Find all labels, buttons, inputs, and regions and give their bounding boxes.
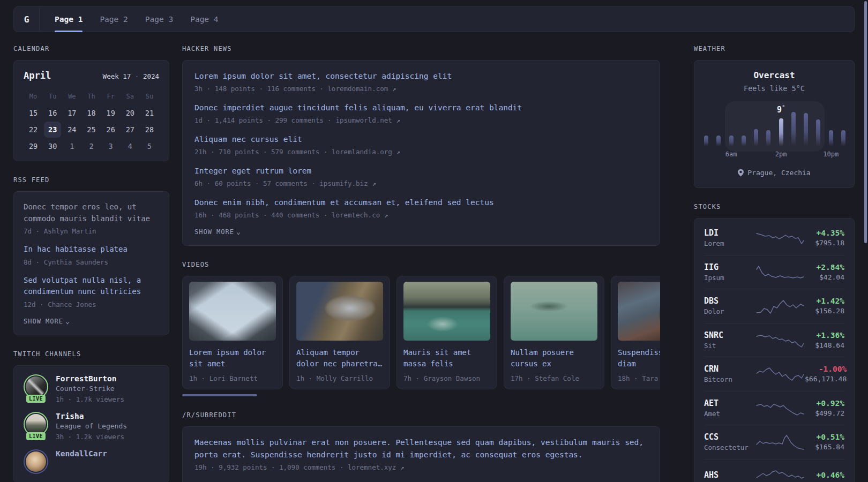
subreddit-widget-title: /R/SUBREDDIT xyxy=(182,411,660,419)
external-link-icon: ↗ xyxy=(396,463,404,471)
calendar-day[interactable]: 15 xyxy=(24,105,43,121)
hackernews-item-title[interactable]: Integer eget rutrum lorem xyxy=(194,165,648,177)
rss-item-title[interactable]: Donec tempor eros leo, ut commodo mauris… xyxy=(24,201,159,224)
separator-dot: · xyxy=(135,72,143,80)
weather-time-label: 6am xyxy=(725,150,737,158)
video-thumbnail[interactable] xyxy=(403,282,490,341)
hackernews-item-title[interactable]: Donec enim nibh, condimentum et accumsan… xyxy=(194,197,648,208)
hackernews-item-title[interactable]: Aliquam nec cursus elit xyxy=(194,133,648,145)
twitch-avatar[interactable] xyxy=(24,449,48,474)
calendar-day[interactable]: 26 xyxy=(101,122,121,138)
video-card: Lorem ipsum dolor sit amet consectetu…1h… xyxy=(182,276,283,389)
tab-page-4[interactable]: Page 4 xyxy=(190,7,218,32)
twitch-game-name[interactable]: League of Legends xyxy=(56,422,127,430)
video-thumbnail[interactable] xyxy=(189,282,276,341)
calendar-day[interactable]: 5 xyxy=(140,138,159,154)
stock-change-percent: +0.51% xyxy=(805,433,844,441)
rss-show-more-button[interactable]: SHOW MORE⌄ xyxy=(24,317,159,325)
calendar-day[interactable]: 17 xyxy=(62,105,81,121)
calendar-day-selected[interactable]: 23 xyxy=(44,122,61,138)
subreddit-post-title[interactable]: Maecenas mollis pulvinar erat non posuer… xyxy=(194,436,648,461)
twitch-channel-name[interactable]: KendallCarr xyxy=(56,449,107,458)
stock-ticker[interactable]: LDI xyxy=(704,228,755,238)
video-title[interactable]: Suspendisse diam xyxy=(618,347,660,370)
stock-ticker[interactable]: IIG xyxy=(704,262,755,272)
calendar-day[interactable]: 21 xyxy=(140,105,159,121)
calendar-day[interactable]: 4 xyxy=(121,138,140,154)
video-carousel: Lorem ipsum dolor sit amet consectetu…1h… xyxy=(182,276,660,389)
calendar-day[interactable]: 3 xyxy=(101,138,121,154)
calendar-day[interactable]: 22 xyxy=(24,122,43,138)
weather-bar xyxy=(804,113,808,146)
stock-values: +0.46% xyxy=(805,471,844,481)
stock-ticker[interactable]: CCS xyxy=(704,432,755,442)
twitch-avatar[interactable]: LIVE xyxy=(24,374,48,399)
calendar-month[interactable]: April xyxy=(24,70,51,81)
hackernews-item: Donec imperdiet augue tincidunt felis al… xyxy=(194,102,648,124)
calendar-day[interactable]: 30 xyxy=(43,138,62,154)
video-title[interactable]: Nullam posuere cursus ex xyxy=(511,347,597,370)
stock-company-name: Lorem xyxy=(704,239,755,247)
calendar-day[interactable]: 16 xyxy=(43,105,62,121)
calendar-day[interactable]: 25 xyxy=(81,122,101,138)
video-title[interactable]: Lorem ipsum dolor sit amet consectetu… xyxy=(189,347,276,370)
stock-info: SNRCSit xyxy=(704,330,755,350)
weather-location[interactable]: Prague, Czechia xyxy=(747,169,810,177)
video-thumbnail[interactable] xyxy=(296,282,383,341)
app-logo[interactable]: G xyxy=(14,7,40,32)
item-meta: 21h · 710 points · 579 comments · loreml… xyxy=(194,148,648,156)
stock-change-percent: +2.84% xyxy=(805,263,844,272)
video-thumbnail[interactable] xyxy=(618,282,660,341)
rss-item-title[interactable]: Sed volutpat nulla nisl, a condimentum n… xyxy=(24,275,159,298)
item-meta: 1h · 1.7k viewers xyxy=(56,395,124,403)
tab-page-3[interactable]: Page 3 xyxy=(145,7,173,32)
stock-row: SNRCSit+1.36%$148.64 xyxy=(704,323,844,357)
twitch-card: LIVEForrestBurtonCounter-Strike1h · 1.7k… xyxy=(13,365,169,482)
calendar-day[interactable]: 2 xyxy=(81,138,101,154)
stock-values: +0.92%$499.72 xyxy=(805,399,844,417)
stock-ticker[interactable]: AHS xyxy=(704,470,755,480)
weather-bar-current xyxy=(779,118,783,146)
hackernews-item-title[interactable]: Lorem ipsum dolor sit amet, consectetur … xyxy=(194,70,648,82)
hackernews-show-more-button[interactable]: SHOW MORE⌄ xyxy=(194,228,648,236)
hackernews-widget-title: HACKER NEWS xyxy=(182,45,660,52)
video-carousel-scrollbar[interactable] xyxy=(182,394,257,396)
stock-info: DBSDolor xyxy=(704,296,755,315)
stock-row: AETAmet+0.92%$499.72 xyxy=(704,391,844,425)
page-scrollbar-thumb[interactable] xyxy=(864,1,867,243)
tab-page-1[interactable]: Page 1 xyxy=(55,7,83,32)
stock-sparkline xyxy=(755,434,805,450)
stock-sparkline xyxy=(755,298,805,314)
twitch-avatar[interactable]: LIVE xyxy=(24,412,48,436)
video-thumbnail[interactable] xyxy=(511,282,597,341)
stock-ticker[interactable]: CRN xyxy=(704,364,755,374)
calendar-day[interactable]: 20 xyxy=(121,105,140,121)
twitch-game-name[interactable]: Counter-Strike xyxy=(56,385,124,393)
video-title[interactable]: Aliquam tempor dolor nec pharetra… xyxy=(296,347,383,370)
twitch-channel-name[interactable]: ForrestBurton xyxy=(56,374,124,383)
calendar-day[interactable]: 1 xyxy=(62,138,81,154)
stock-ticker[interactable]: DBS xyxy=(704,296,755,306)
weather-bar xyxy=(729,135,734,146)
hackernews-item-title[interactable]: Donec imperdiet augue tincidunt felis al… xyxy=(194,102,648,114)
calendar-day[interactable]: 19 xyxy=(101,105,121,121)
stock-sparkline xyxy=(755,400,805,416)
calendar-day[interactable]: 28 xyxy=(140,122,159,138)
video-title[interactable]: Mauris sit amet massa felis xyxy=(403,347,490,370)
stock-ticker[interactable]: AET xyxy=(704,398,755,408)
calendar-day[interactable]: 27 xyxy=(121,122,140,138)
stock-change-percent: +0.46% xyxy=(805,471,844,479)
stock-ticker[interactable]: SNRC xyxy=(704,330,755,340)
rss-item-title[interactable]: In hac habitasse platea xyxy=(24,244,159,255)
calendar-day[interactable]: 29 xyxy=(24,138,43,154)
stock-price: $156.28 xyxy=(805,307,844,315)
stock-company-name: Ipsum xyxy=(704,274,755,282)
tab-page-2[interactable]: Page 2 xyxy=(100,7,128,32)
rss-item: Donec tempor eros leo, ut commodo mauris… xyxy=(24,201,159,235)
stock-price: $66,171.48 xyxy=(805,375,847,383)
weather-bar xyxy=(742,135,746,146)
twitch-channel-name[interactable]: Trisha xyxy=(56,412,127,420)
stock-sparkline xyxy=(755,468,805,482)
calendar-day[interactable]: 18 xyxy=(81,105,101,121)
calendar-day[interactable]: 24 xyxy=(62,122,81,138)
